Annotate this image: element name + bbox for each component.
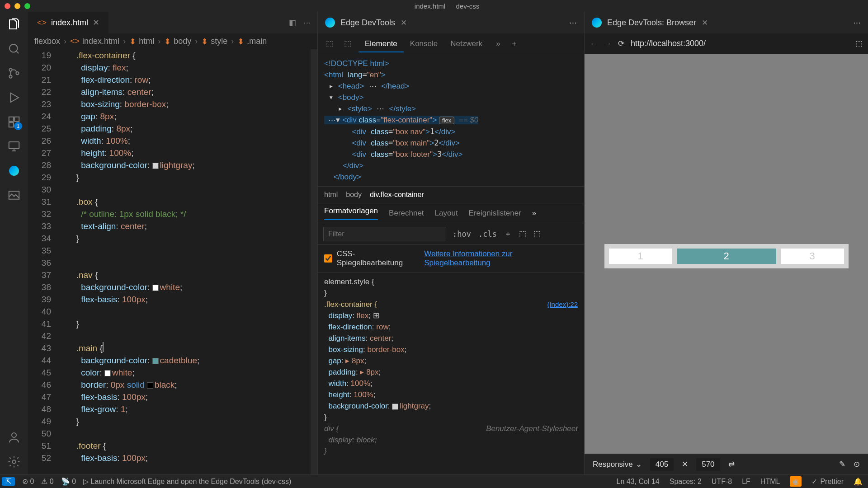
inspect-element-icon[interactable]: ⬚ [322, 37, 337, 50]
encoding[interactable]: UTF-8 [712, 478, 732, 486]
css-mirror-checkbox[interactable] [324, 254, 332, 263]
window-title: index.html — dev-css [30, 2, 863, 10]
account-icon[interactable] [7, 430, 21, 445]
forward-icon[interactable]: → [604, 39, 612, 48]
dom-tree[interactable]: <!DOCTYPE html> <html lang="en"> ▸ <head… [318, 54, 584, 186]
settings-gear-icon[interactable] [7, 455, 21, 469]
hover-toggle[interactable]: :hov [453, 230, 471, 239]
breadcrumb-item[interactable]: ⬍ html [129, 37, 154, 47]
devtools-panel-tab[interactable]: Elemente [359, 36, 404, 52]
split-editor-icon[interactable]: ◧ [289, 18, 296, 28]
screenshot-icon[interactable]: ✎ [839, 460, 845, 469]
dom-breadcrumb[interactable]: htmlbodydiv.flex-container [318, 186, 584, 203]
back-icon[interactable]: ← [590, 39, 598, 48]
toggle-sidebar-icon[interactable]: ⬚ [533, 229, 541, 239]
remote-explorer-icon[interactable] [7, 139, 21, 154]
viewport-height[interactable]: 570 [696, 458, 720, 471]
svg-point-2 [9, 75, 12, 78]
settings-icon[interactable]: ⊙ [854, 460, 860, 469]
launch-edge-button[interactable]: ▷ Launch Microsoft Edge and open the Edg… [83, 477, 291, 486]
styles-subtab[interactable]: Ereignislistener [469, 209, 521, 218]
browser-preview: Edge DevTools: Browser ✕ ⋯ ← → ⟳ http://… [584, 12, 868, 474]
breadcrumb-item[interactable]: flexbox [34, 37, 60, 46]
errors-count[interactable]: ⊘ 0 [22, 477, 34, 486]
styles-filter-input[interactable] [323, 227, 445, 241]
more-actions-icon[interactable]: ⋯ [853, 18, 861, 28]
svg-point-10 [12, 460, 16, 464]
svg-rect-5 [14, 117, 19, 122]
edge-icon [325, 18, 335, 28]
editor-group-1: <> index.html ✕ ◧ ⋯ flexbox›<> index.htm… [28, 12, 317, 474]
viewport[interactable]: 1 2 3 [585, 54, 868, 454]
edge-tools-icon[interactable] [7, 164, 21, 178]
extensions-icon[interactable]: 1 [7, 115, 21, 129]
tab-label: index.html [51, 18, 88, 28]
more-actions-icon[interactable]: ⋯ [569, 18, 577, 28]
titlebar: index.html — dev-css [0, 0, 868, 12]
devtools-panel-tab[interactable]: Netzwerk [444, 36, 489, 52]
open-devtools-icon[interactable]: ⬚ [855, 39, 863, 48]
explorer-icon[interactable] [7, 17, 21, 32]
mirror-info-link[interactable]: Weitere Informationen zur Spiegelbearbei… [424, 249, 578, 267]
close-window-icon[interactable] [5, 3, 10, 9]
add-rule-icon[interactable]: ＋ [504, 229, 512, 239]
ports-count[interactable]: 📡 0 [61, 477, 76, 486]
eol[interactable]: LF [742, 478, 750, 486]
browser-tab-title: Edge DevTools: Browser [607, 18, 696, 28]
remote-indicator[interactable]: ⇱ [2, 477, 15, 486]
dom-breadcrumb-item[interactable]: div.flex-container [370, 191, 424, 199]
cursor-position[interactable]: Ln 43, Col 14 [617, 478, 660, 486]
styles-subtab[interactable]: Berechnet [389, 209, 424, 218]
breadcrumb-item[interactable]: ⬍ body [164, 37, 191, 47]
notifications-icon[interactable]: 🔔 [854, 477, 863, 486]
language-mode[interactable]: HTML [760, 478, 780, 486]
svg-rect-7 [9, 142, 19, 149]
rendered-flex-container: 1 2 3 [604, 244, 849, 268]
warnings-count[interactable]: ⚠ 0 [41, 477, 53, 486]
run-debug-icon[interactable] [7, 90, 21, 105]
breadcrumb-item[interactable]: <> index.html [70, 37, 119, 46]
more-panels-icon[interactable]: » [492, 38, 504, 50]
add-panel-icon[interactable]: ＋ [510, 38, 518, 49]
status-bar: ⇱ ⊘ 0 ⚠ 0 📡 0 ▷ Launch Microsoft Edge an… [0, 474, 868, 488]
close-icon[interactable]: ✕ [93, 18, 99, 28]
breadcrumb[interactable]: flexbox›<> index.html›⬍ html›⬍ body›⬍ st… [28, 33, 317, 49]
url-bar[interactable]: http://localhost:3000/ [631, 37, 849, 50]
dimension-separator: ✕ [682, 460, 688, 469]
tab-index-html[interactable]: <> index.html ✕ [28, 12, 108, 33]
source-control-icon[interactable] [7, 66, 21, 80]
minimap[interactable] [311, 49, 317, 474]
code-editor[interactable]: 19 20 21 22 23 24 25 26 27 28 29 30 31 3… [28, 49, 317, 474]
rendered-box-nav: 1 [609, 249, 672, 264]
reload-icon[interactable]: ⟳ [618, 39, 624, 48]
prettier-status[interactable]: ✓ Prettier [811, 477, 844, 486]
devtools-panel-tab[interactable]: Konsole [404, 36, 444, 52]
dom-breadcrumb-item[interactable]: body [346, 191, 362, 199]
indentation[interactable]: Spaces: 2 [670, 478, 702, 486]
styles-subtab[interactable]: Layout [435, 209, 458, 218]
html-file-icon: <> [37, 18, 47, 28]
mirror-label: CSS-Spiegelbearbeitung [337, 249, 420, 267]
svg-point-1 [9, 68, 12, 71]
dom-breadcrumb-item[interactable]: html [324, 191, 338, 199]
edge-status-icon[interactable]: ◉ [790, 476, 802, 487]
close-icon[interactable]: ✕ [702, 18, 708, 28]
search-icon[interactable] [7, 42, 21, 56]
responsive-dropdown[interactable]: Responsive ⌄ [593, 460, 642, 469]
more-actions-icon[interactable]: ⋯ [303, 18, 311, 28]
device-emulation-icon[interactable]: ⬚ [340, 37, 355, 50]
rotate-icon[interactable]: ⇄ [728, 460, 735, 469]
maximize-window-icon[interactable] [24, 3, 30, 9]
breadcrumb-item[interactable]: ⬍ .main [237, 37, 267, 47]
minimize-window-icon[interactable] [14, 3, 20, 9]
class-toggle[interactable]: .cls [478, 230, 497, 239]
styles-pane[interactable]: element.style {}(Index):22.flex-containe… [318, 272, 584, 474]
breadcrumb-item[interactable]: ⬍ style [201, 37, 227, 47]
viewport-width[interactable]: 405 [650, 458, 674, 471]
image-preview-icon[interactable] [7, 188, 21, 202]
extensions-badge: 1 [14, 122, 22, 130]
close-icon[interactable]: ✕ [401, 18, 407, 28]
styles-subtab[interactable]: Formatvorlagen [324, 206, 378, 220]
more-tabs-icon[interactable]: » [532, 209, 536, 218]
computed-panel-icon[interactable]: ⬚ [519, 229, 526, 239]
